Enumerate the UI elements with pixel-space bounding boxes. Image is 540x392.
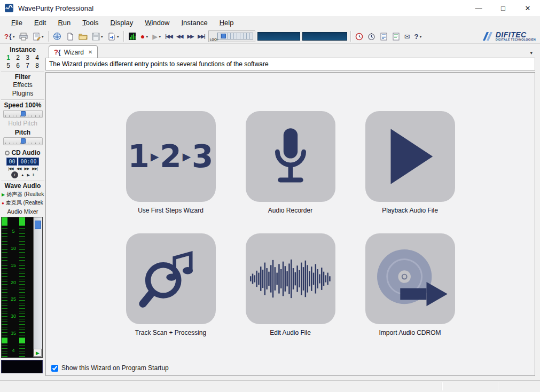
cd-skip-first-button[interactable]: |◀◀ (7, 167, 14, 171)
web-button[interactable] (51, 30, 64, 43)
tab-list-dropdown-icon[interactable]: ▾ (530, 50, 533, 58)
cd-timer-button[interactable] (353, 30, 365, 43)
tab-bar: ?{ Wizard ✕ ▾ (45, 44, 540, 58)
print-button[interactable] (17, 30, 30, 43)
menu-edit[interactable]: Edit (28, 17, 52, 28)
menu-display[interactable]: Display (105, 17, 139, 28)
instance-3[interactable]: 3 (23, 54, 33, 61)
rewind-button[interactable]: ◀◀ (175, 30, 185, 43)
tile-edit-audio-file[interactable] (246, 233, 335, 324)
menu-file[interactable]: File (5, 17, 28, 28)
playback-device-label: 扬声器 (Realtek (6, 191, 44, 198)
loop-slider[interactable] (217, 33, 253, 40)
close-button[interactable]: ✕ (515, 0, 540, 16)
tile-import-audio-cdrom[interactable] (365, 233, 455, 324)
menu-instance[interactable]: Instance (175, 17, 213, 28)
tab-close-icon[interactable]: ✕ (88, 49, 92, 55)
instance-6[interactable]: 6 (13, 62, 23, 69)
tab-label: Wizard (64, 49, 84, 56)
loop-control[interactable]: LOOP (208, 30, 255, 42)
hold-pitch-label: Hold Pitch (0, 119, 45, 128)
tile-label: Track Scan + Processing (135, 329, 206, 336)
skip-first-button[interactable]: |◀◀ (163, 30, 174, 43)
instance-1[interactable]: 1 (4, 54, 13, 61)
menu-window[interactable]: Window (139, 17, 175, 28)
chevron-down-icon[interactable]: ▾ (117, 34, 119, 39)
play-button[interactable]: ▶ ▾ (150, 30, 163, 43)
sidebar-divider (1, 99, 44, 100)
record-button[interactable]: ● ▾ (138, 30, 150, 43)
sidebar-item-plugins[interactable]: Plugins (0, 89, 45, 98)
level-meter-button[interactable] (126, 30, 138, 43)
speed-timer-button[interactable] (365, 30, 378, 43)
toolbar-separator (48, 31, 49, 42)
mail-button[interactable]: ✉ (402, 30, 412, 43)
pitch-slider-thumb[interactable] (21, 138, 26, 144)
report-button[interactable] (390, 30, 402, 43)
forward-button[interactable]: ▶▶ (185, 30, 195, 43)
cd-eject-button[interactable]: ▲ (21, 173, 25, 177)
loop-slider-thumb[interactable] (221, 34, 226, 38)
instance-8[interactable]: 8 (33, 62, 42, 69)
tracklist-button[interactable] (378, 30, 390, 43)
new-file-button[interactable] (64, 30, 76, 43)
help-button[interactable]: ? ▾ (412, 30, 424, 43)
menu-run[interactable]: Run (52, 17, 76, 28)
export-button[interactable]: ▾ (105, 30, 121, 43)
instance-4[interactable]: 4 (33, 54, 42, 61)
playback-device-row[interactable]: ▶ 扬声器 (Realtek (0, 191, 45, 198)
sidebar-divider (1, 71, 44, 72)
tile-first-steps-wizard[interactable]: 1▶2▶3 (126, 111, 216, 202)
startup-checkbox-row[interactable]: Show this Wizard on Program Startup (51, 364, 169, 372)
titlebar: WavePurity Professional — □ ✕ (0, 0, 540, 16)
tile-playback-audio-file[interactable] (365, 111, 455, 202)
menu-tools[interactable]: Tools (76, 17, 104, 28)
chevron-down-icon[interactable]: ▾ (101, 34, 103, 39)
scale-label: 30 (7, 314, 19, 319)
chevron-down-icon[interactable]: ▾ (419, 34, 421, 39)
audio-mixer-link[interactable]: Audio Mixer (0, 208, 45, 215)
instance-2[interactable]: 2 (13, 54, 23, 61)
globe-icon (53, 32, 61, 41)
tile-audio-recorder[interactable] (246, 111, 335, 202)
main-area: ?{ Wizard ✕ ▾ The Wizard provides differ… (45, 44, 540, 380)
cd-info-button[interactable]: i (11, 171, 18, 178)
wizard-button[interactable]: ?{ ▾ (2, 30, 17, 43)
instance-7[interactable]: 7 (23, 62, 33, 69)
meter-volume-thumb[interactable] (35, 221, 41, 229)
cd-forward-button[interactable]: ▶▶ (24, 167, 30, 171)
chevron-down-icon[interactable]: ▾ (146, 34, 148, 39)
chevron-down-icon[interactable]: ▾ (159, 34, 161, 39)
magnifier-note-icon (138, 246, 204, 312)
scale-label: 35 (7, 331, 19, 336)
cd-rewind-button[interactable]: ◀◀ (16, 167, 22, 171)
menu-help[interactable]: Help (214, 17, 240, 28)
minimize-button[interactable]: — (466, 0, 491, 16)
cd-play-button[interactable]: ▶ (27, 173, 30, 177)
pitch-slider[interactable] (3, 137, 43, 145)
app-icon (4, 3, 14, 13)
save-button[interactable]: ▾ (90, 30, 105, 43)
meter-play-button[interactable]: ▶ (34, 349, 42, 357)
wizard-brace-icon: { (9, 33, 12, 40)
open-folder-icon (79, 33, 88, 40)
tile-track-scan-processing[interactable] (126, 233, 216, 324)
meter-volume-slider[interactable] (33, 217, 42, 357)
speed-slider-thumb[interactable] (21, 111, 26, 116)
sidebar-item-effects[interactable]: Effects (0, 81, 45, 89)
instance-5[interactable]: 5 (4, 62, 13, 69)
position-display-right (302, 32, 347, 41)
print-setup-button[interactable]: ▾ (30, 30, 46, 43)
skip-last-button[interactable]: ▶▶| (195, 30, 207, 43)
speed-slider[interactable] (3, 110, 43, 118)
open-file-button[interactable] (76, 30, 90, 43)
play-icon: ▶ (152, 33, 158, 40)
maximize-button[interactable]: □ (491, 0, 515, 16)
tab-wizard[interactable]: ?{ Wizard ✕ (49, 45, 98, 58)
record-device-row[interactable]: ● 麦克风 (Realtek (0, 199, 45, 207)
cd-pause-button[interactable]: ‖ (33, 173, 34, 177)
startup-checkbox[interactable] (51, 365, 58, 372)
cd-skip-last-button[interactable]: ▶▶| (32, 167, 38, 171)
chevron-down-icon[interactable]: ▾ (13, 34, 15, 39)
chevron-down-icon[interactable]: ▾ (42, 34, 44, 39)
